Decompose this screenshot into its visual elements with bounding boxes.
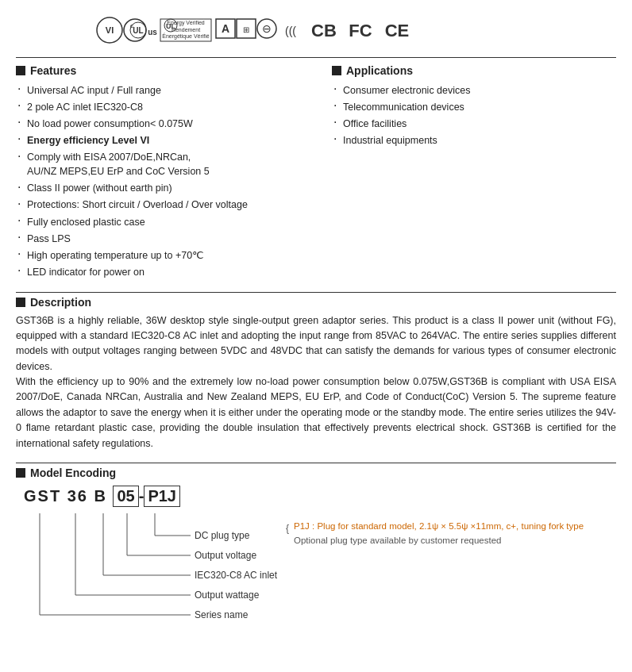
features-label: Features	[30, 64, 76, 77]
svg-text:Series name: Series name	[195, 609, 249, 620]
list-item: Office facilities	[332, 115, 616, 132]
svg-text:Rendement: Rendement	[171, 27, 200, 33]
list-item: High operating temperature up to +70℃	[16, 247, 308, 263]
features-applications-section: Features Universal AC input / Full range…	[16, 64, 616, 281]
svg-text:CB: CB	[311, 21, 337, 40]
list-item: Protections: Short circuit / Overload / …	[16, 197, 308, 213]
list-item: Comply with EISA 2007/DoE,NRCan,AU/NZ ME…	[16, 149, 308, 180]
description-label: Description	[30, 296, 91, 309]
list-item: Consumer electronic devices	[332, 82, 616, 98]
features-column: Features Universal AC input / Full range…	[16, 64, 316, 281]
applications-list: Consumer electronic devices Telecommunic…	[332, 82, 616, 149]
list-item: Telecommunication devices	[332, 98, 616, 115]
svg-text:⊞: ⊞	[243, 25, 249, 34]
list-item: Fully enclosed plastic case	[16, 213, 308, 230]
list-item: Energy efficiency Level VI	[16, 132, 308, 148]
description-text: GST36B is a highly reliable, 36W desktop…	[16, 313, 616, 451]
svg-text:VI: VI	[106, 25, 114, 35]
svg-text:CE: CE	[385, 21, 410, 40]
model-code-05: 05	[113, 486, 138, 507]
list-item: 2 pole AC inlet IEC320-C8	[16, 98, 308, 115]
svg-text:DC plug type: DC plug type	[195, 530, 250, 541]
svg-text:Output voltage: Output voltage	[195, 550, 256, 561]
model-divider	[16, 463, 616, 463]
features-title: Features	[16, 64, 308, 77]
list-item: No load power consumption< 0.075W	[16, 115, 308, 132]
model-title-label: Model Encoding	[30, 467, 116, 479]
svg-text:FC: FC	[349, 21, 372, 40]
svg-text:{: {	[286, 523, 289, 534]
svg-text:UL: UL	[133, 26, 143, 35]
svg-text:P1J : Plug for standard model,: P1J : Plug for standard model, 2.1ψ × 5.…	[294, 521, 584, 531]
cert-header: VI c UL us UL Energy Verified Rendement …	[16, 8, 616, 54]
svg-text:(((: (((	[285, 25, 296, 37]
list-item: Class II power (without earth pin)	[16, 180, 308, 197]
description-icon	[16, 298, 25, 307]
applications-icon	[332, 66, 341, 75]
description-divider	[16, 292, 616, 293]
svg-text:Output wattage: Output wattage	[195, 589, 260, 601]
features-list: Universal AC input / Full range 2 pole A…	[16, 82, 308, 281]
model-code-gst: GST 36 B	[24, 487, 113, 505]
svg-text:us: us	[148, 28, 157, 36]
svg-text:A: A	[222, 22, 229, 35]
model-encoding-title: Model Encoding	[16, 467, 616, 479]
applications-title: Applications	[332, 64, 616, 77]
svg-text:Energy Verified: Energy Verified	[167, 20, 205, 26]
applications-label: Applications	[346, 64, 413, 77]
model-arrows-svg: DC plug type { P1J : Plug for standard m…	[24, 512, 627, 643]
header-divider	[16, 57, 616, 58]
list-item: LED indicator for power on	[16, 263, 308, 280]
applications-column: Applications Consumer electronic devices…	[316, 64, 616, 281]
svg-text:Optional plug type available b: Optional plug type available by customer…	[294, 536, 501, 545]
features-icon	[16, 66, 25, 75]
model-code-display: GST 36 B 05-P1J	[24, 486, 616, 507]
list-item: Pass LPS	[16, 230, 308, 247]
model-code-p1j: P1J	[144, 486, 180, 507]
description-section: Description GST36B is a highly reliable,…	[16, 292, 616, 451]
description-title: Description	[16, 296, 616, 309]
svg-text:⊖: ⊖	[262, 22, 272, 35]
model-icon	[16, 468, 25, 478]
list-item: Industrial equipments	[332, 132, 616, 148]
model-diagram: DC plug type { P1J : Plug for standard m…	[24, 512, 616, 645]
model-encoding-section: Model Encoding GST 36 B 05-P1J DC plug t…	[16, 463, 616, 645]
svg-text:IEC320-C8 AC inlet: IEC320-C8 AC inlet	[195, 570, 278, 581]
svg-text:Énergétique Vérifié: Énergétique Vérifié	[162, 33, 210, 40]
certifications-bar: VI c UL us UL Energy Verified Rendement …	[94, 14, 538, 46]
list-item: Universal AC input / Full range	[16, 82, 308, 98]
